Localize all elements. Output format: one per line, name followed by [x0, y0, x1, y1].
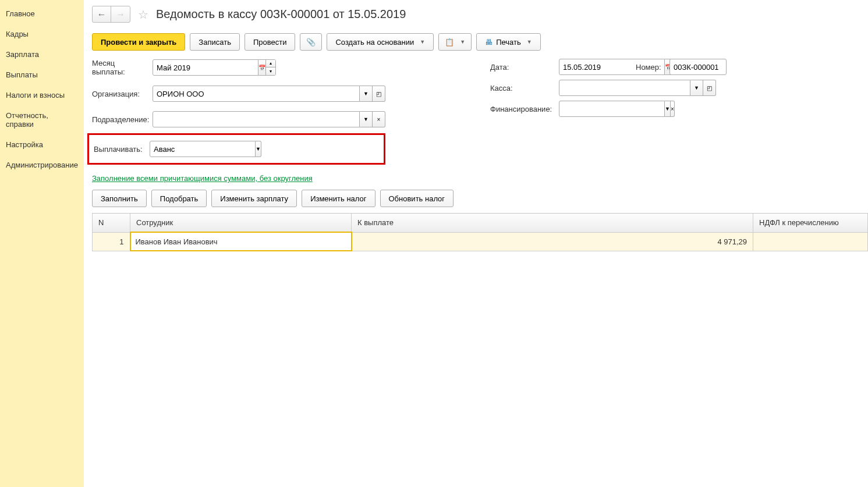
col-to-pay[interactable]: К выплате	[352, 214, 753, 233]
chevron-down-icon: ▼	[527, 39, 532, 45]
update-tax-button[interactable]: Обновить налог	[380, 190, 454, 207]
cell-ndfl	[753, 232, 868, 251]
chevron-down-icon: ▼	[420, 39, 425, 45]
spinner-up[interactable]: ▴	[266, 60, 275, 67]
fill-button[interactable]: Заполнить	[92, 190, 147, 207]
col-n[interactable]: N	[93, 214, 130, 233]
number-input[interactable]	[669, 59, 727, 75]
cell-employee[interactable]: Иванов Иван Иванович	[130, 232, 352, 251]
sidebar: Главное Кадры Зарплата Выплаты Налоги и …	[0, 0, 84, 487]
table-header-row: N Сотрудник К выплате НДФЛ к перечислени…	[93, 214, 868, 233]
dropdown-icon[interactable]: ▼	[665, 101, 671, 117]
save-button[interactable]: Записать	[190, 33, 240, 51]
fin-input[interactable]	[559, 101, 665, 117]
cash-input[interactable]	[559, 80, 690, 96]
select-button[interactable]: Подобрать	[151, 190, 207, 207]
date-label: Дата:	[490, 63, 516, 72]
cash-label: Касса:	[490, 84, 554, 93]
table-row[interactable]: 1 Иванов Иван Иванович 4 971,29	[93, 232, 868, 251]
forward-button[interactable]: →	[111, 6, 130, 22]
open-icon[interactable]: ◰	[703, 80, 716, 96]
dropdown-icon[interactable]: ▼	[360, 111, 373, 127]
pay-input[interactable]	[150, 141, 256, 157]
back-button[interactable]: ←	[93, 6, 111, 22]
clear-icon[interactable]: ×	[671, 101, 675, 117]
col-ndfl[interactable]: НДФЛ к перечислению	[753, 214, 868, 233]
title-bar: ← → ☆ Ведомость в кассу 00ЗК-000001 от 1…	[92, 6, 868, 23]
print-label: Печать	[496, 38, 521, 47]
dept-input[interactable]	[153, 111, 360, 127]
cell-to-pay: 4 971,29	[352, 232, 753, 251]
month-label: Месяц выплаты:	[92, 59, 148, 76]
copy-icon: 📋	[445, 38, 454, 47]
copy-button[interactable]: 📋 ▼	[438, 33, 472, 51]
action-row: Заполнить Подобрать Изменить зарплату Из…	[92, 190, 868, 207]
star-icon[interactable]: ☆	[136, 8, 150, 22]
org-input[interactable]	[153, 86, 360, 102]
dropdown-icon[interactable]: ▼	[360, 86, 373, 102]
org-label: Организация:	[92, 90, 148, 98]
change-tax-button[interactable]: Изменить налог	[302, 190, 375, 207]
month-spinner: ▴ ▾	[266, 59, 276, 76]
print-button[interactable]: 🖶 Печать ▼	[476, 33, 541, 51]
fin-label: Финансирование:	[490, 105, 554, 113]
cell-n: 1	[93, 232, 130, 251]
clear-icon[interactable]: ×	[373, 111, 385, 127]
create-based-on-button[interactable]: Создать на основании ▼	[327, 33, 434, 51]
highlighted-field: Выплачивать: ▼	[87, 133, 385, 165]
sidebar-item-payments[interactable]: Выплаты	[0, 65, 84, 85]
dropdown-icon[interactable]: ▼	[256, 141, 261, 157]
fill-amounts-link[interactable]: Заполнение всеми причитающимися суммами,…	[92, 174, 868, 183]
dept-label: Подразделение:	[92, 115, 148, 124]
sidebar-item-admin[interactable]: Администрирование	[0, 155, 84, 175]
form-grid: Месяц выплаты: 📅 ▴ ▾ Организация: ▼ ◰	[92, 59, 868, 168]
sidebar-item-reports[interactable]: Отчетность, справки	[0, 105, 84, 134]
dropdown-icon[interactable]: ▼	[690, 80, 703, 96]
spinner-down[interactable]: ▾	[266, 67, 275, 75]
sidebar-item-settings[interactable]: Настройка	[0, 134, 84, 155]
payroll-table: N Сотрудник К выплате НДФЛ к перечислени…	[92, 213, 868, 251]
sidebar-item-hr[interactable]: Кадры	[0, 24, 84, 44]
calendar-icon[interactable]: 📅	[258, 59, 266, 76]
open-icon[interactable]: ◰	[373, 86, 385, 102]
attachment-button[interactable]: 📎	[300, 33, 322, 51]
printer-icon: 🖶	[485, 38, 493, 47]
main-content: ← → ☆ Ведомость в кассу 00ЗК-000001 от 1…	[84, 0, 868, 487]
create-based-label: Создать на основании	[335, 38, 414, 47]
toolbar: Провести и закрыть Записать Провести 📎 С…	[92, 33, 868, 51]
month-input[interactable]	[153, 59, 258, 76]
paperclip-icon: 📎	[306, 38, 316, 47]
page-title: Ведомость в кассу 00ЗК-000001 от 15.05.2…	[156, 8, 406, 21]
pay-label: Выплачивать:	[94, 145, 145, 154]
sidebar-item-main[interactable]: Главное	[0, 3, 84, 24]
post-and-close-button[interactable]: Провести и закрыть	[92, 33, 185, 51]
col-employee[interactable]: Сотрудник	[130, 214, 352, 233]
chevron-down-icon: ▼	[460, 39, 465, 45]
sidebar-item-taxes[interactable]: Налоги и взносы	[0, 85, 84, 105]
number-label: Номер:	[636, 63, 665, 72]
post-button[interactable]: Провести	[245, 33, 296, 51]
sidebar-item-salary[interactable]: Зарплата	[0, 44, 84, 65]
nav-arrows: ← →	[92, 6, 130, 23]
change-salary-button[interactable]: Изменить зарплату	[211, 190, 297, 207]
